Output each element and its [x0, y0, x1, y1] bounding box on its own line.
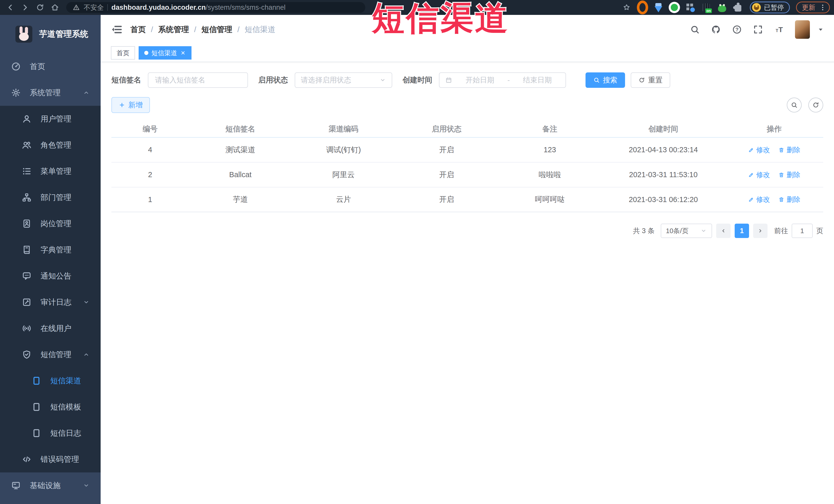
- table-cell-code: 阿里云: [292, 170, 395, 180]
- sidebar-item-label: 首页: [30, 61, 45, 72]
- sidebar-item-label: 菜单管理: [41, 166, 71, 177]
- fullscreen-icon[interactable]: [753, 24, 763, 35]
- sms-icon: [22, 349, 32, 360]
- breadcrumb-item[interactable]: 系统管理: [158, 24, 189, 35]
- notice-icon: [22, 271, 32, 281]
- avatar[interactable]: [795, 20, 810, 39]
- reload-icon[interactable]: [34, 1, 46, 14]
- help-icon[interactable]: [732, 24, 742, 35]
- delete-link[interactable]: 删除: [778, 170, 800, 179]
- sidebar-item-sms-channel[interactable]: 短信渠道: [0, 368, 101, 394]
- breadcrumb-item[interactable]: 短信管理: [201, 24, 232, 35]
- sidebar-item-sms[interactable]: 短信管理: [0, 342, 101, 368]
- address-bar[interactable]: 不安全 dashboard.yudao.iocoder.cn/system/sm…: [66, 2, 365, 13]
- logo-row[interactable]: 芋道管理系统: [0, 15, 101, 53]
- url-text: dashboard.yudao.iocoder.cn/system/sms/sm…: [111, 4, 285, 12]
- search-icon[interactable]: [690, 24, 700, 35]
- chevron-down-icon: [700, 227, 707, 234]
- back-icon[interactable]: [4, 1, 17, 14]
- breadcrumb-item[interactable]: 首页: [130, 24, 146, 35]
- grid-extension-icon[interactable]: [685, 2, 696, 13]
- sidebar-item-sms-template[interactable]: 短信模板: [0, 394, 101, 420]
- reset-button[interactable]: 重置: [631, 72, 670, 88]
- sidebar-item-audit-log[interactable]: 审计日志: [0, 289, 101, 315]
- table-cell-actions: 修改删除: [725, 170, 823, 179]
- add-button[interactable]: 新增: [111, 97, 150, 113]
- address-divider: [107, 4, 108, 11]
- kebab-menu-icon[interactable]: [819, 4, 827, 11]
- trash-icon: [778, 172, 785, 178]
- orange-extension-icon[interactable]: [637, 2, 648, 13]
- table-cell-actions: 修改删除: [725, 145, 823, 155]
- sidebar-item-home[interactable]: 首页: [0, 53, 101, 80]
- sidebar-item-menu[interactable]: 菜单管理: [0, 158, 101, 184]
- github-icon[interactable]: [711, 24, 721, 35]
- edit-link[interactable]: 修改: [748, 170, 770, 179]
- sign-filter-input[interactable]: [148, 72, 248, 88]
- table-cell-status: 开启: [395, 170, 498, 180]
- frog-extension-icon[interactable]: [717, 2, 728, 13]
- toggle-search-button[interactable]: [787, 97, 802, 112]
- goto-page-input[interactable]: [792, 224, 813, 238]
- forward-icon[interactable]: [19, 1, 31, 14]
- toolbar-right: [787, 97, 823, 112]
- caret-down-icon[interactable]: [817, 26, 824, 33]
- next-page-button[interactable]: [753, 224, 768, 238]
- edit-link[interactable]: 修改: [748, 195, 770, 204]
- font-size-icon[interactable]: [774, 24, 784, 35]
- search-button[interactable]: 搜索: [586, 72, 625, 88]
- profile-emoji-icon: [752, 3, 761, 12]
- puzzle-extension-icon[interactable]: [732, 2, 744, 13]
- status-filter-select[interactable]: 请选择启用状态: [295, 72, 392, 88]
- monitor-icon: [11, 480, 21, 491]
- plus-icon: [118, 102, 125, 108]
- page-number-button[interactable]: 1: [735, 224, 749, 238]
- table-cell-created: 2021-03-31 11:53:10: [601, 171, 725, 179]
- filter-form: 短信签名 启用状态 请选择启用状态 创建时间 开始日期 - 结束日期 搜索: [111, 72, 823, 88]
- browser-profile-button[interactable]: 已暂停: [750, 2, 790, 13]
- sidebar-item-label: 部门管理: [41, 192, 71, 203]
- sidebar-item-post[interactable]: 岗位管理: [0, 211, 101, 237]
- calendar-icon: [445, 76, 452, 84]
- table-header-cell: 渠道编码: [292, 124, 395, 134]
- log-icon: [22, 297, 32, 307]
- sidebar: 芋道管理系统 首页系统管理用户管理角色管理菜单管理部门管理岗位管理字典管理通知公…: [0, 15, 101, 504]
- app-header: 首页/系统管理/短信管理/短信渠道: [101, 15, 834, 44]
- date-range-picker[interactable]: 开始日期 - 结束日期: [439, 72, 566, 88]
- page-size-select[interactable]: 10条/页: [661, 224, 712, 238]
- close-icon: [180, 50, 186, 56]
- tab-首页[interactable]: 首页: [111, 46, 135, 60]
- delete-link[interactable]: 删除: [778, 195, 800, 204]
- browser-update-button[interactable]: 更新: [796, 2, 830, 13]
- page-unit-label: 页: [816, 226, 823, 236]
- table-cell-sign: Ballcat: [189, 171, 292, 179]
- sidebar-item-error-code[interactable]: 错误码管理: [0, 446, 101, 473]
- refresh-table-button[interactable]: [808, 97, 823, 112]
- prev-page-button[interactable]: [716, 224, 730, 238]
- sidebar-item-label: 审计日志: [41, 297, 71, 308]
- table-cell-id: 1: [111, 195, 189, 204]
- sidebar-item-user[interactable]: 用户管理: [0, 106, 101, 132]
- sidebar-item-online-user[interactable]: 在线用户: [0, 315, 101, 342]
- table-cell-id: 4: [111, 146, 189, 154]
- sidebar-item-sms-log[interactable]: 短信日志: [0, 420, 101, 446]
- sidebar-item-notice[interactable]: 通知公告: [0, 263, 101, 289]
- home-icon[interactable]: [49, 1, 61, 14]
- onoff-extension-icon[interactable]: [701, 2, 712, 13]
- sidebar-item-label: 短信管理: [41, 349, 71, 360]
- sidebar-item-system[interactable]: 系统管理: [0, 80, 101, 106]
- edit-link[interactable]: 修改: [748, 145, 770, 155]
- sidebar-item-label: 岗位管理: [41, 219, 71, 229]
- sidebar-item-dict[interactable]: 字典管理: [0, 237, 101, 263]
- sidebar-item-dept[interactable]: 部门管理: [0, 184, 101, 211]
- tab-短信渠道[interactable]: 短信渠道: [139, 46, 192, 60]
- star-icon[interactable]: [621, 2, 632, 13]
- green-extension-icon[interactable]: [669, 2, 680, 13]
- sidebar-item-infra[interactable]: 基础设施: [0, 473, 101, 499]
- reset-button-label: 重置: [648, 75, 662, 85]
- hamburger-icon[interactable]: [110, 23, 123, 36]
- sidebar-item-role[interactable]: 角色管理: [0, 132, 101, 158]
- table-cell-remark: 啦啦啦: [498, 170, 601, 180]
- delete-link[interactable]: 删除: [778, 145, 800, 155]
- gem-extension-icon[interactable]: [653, 2, 664, 13]
